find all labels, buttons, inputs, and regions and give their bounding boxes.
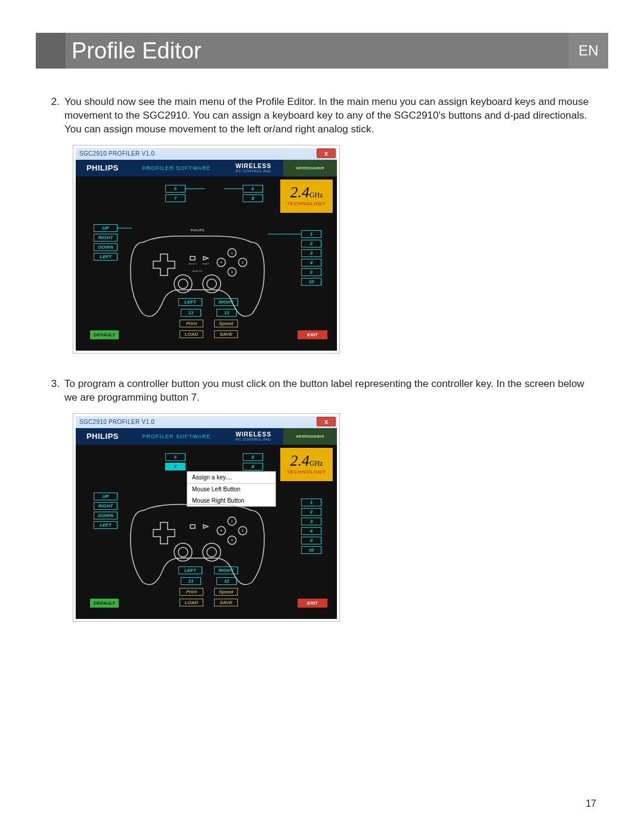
- dpad-down[interactable]: DOWN: [94, 512, 117, 519]
- language-badge: EN: [569, 33, 608, 69]
- exit-button[interactable]: EXIT: [298, 599, 327, 608]
- close-button[interactable]: x: [317, 148, 336, 158]
- default-button[interactable]: DEFAULT: [90, 330, 119, 339]
- save-button[interactable]: SAVE: [214, 330, 238, 338]
- svg-text:SELECT: SELECT: [188, 262, 197, 265]
- app-topbar: PHILIPS PROFILER SOFTWARE WIRELESS PC CO…: [76, 428, 337, 445]
- button-1[interactable]: 1: [301, 498, 321, 506]
- close-icon: x: [324, 418, 328, 425]
- wirelesswave-logo: wirelesswave: [283, 160, 337, 176]
- speed-button[interactable]: Speed: [214, 588, 238, 596]
- window-title: SGC2910 PROFILER V1.0: [79, 150, 154, 157]
- header-accent: [36, 33, 66, 69]
- svg-text:2: 2: [242, 261, 244, 264]
- close-icon: x: [324, 150, 328, 157]
- step-3: 3. To program a controller button you mu…: [48, 377, 596, 405]
- page-number: 17: [586, 798, 596, 809]
- svg-text:4: 4: [220, 529, 222, 532]
- dpad-right[interactable]: RIGHT: [94, 234, 117, 241]
- button-4[interactable]: 4: [301, 259, 321, 267]
- button-4[interactable]: 4: [301, 527, 321, 535]
- svg-text:START: START: [202, 262, 210, 265]
- button-10[interactable]: 10: [301, 546, 321, 554]
- controller-diagram: 1 2 3 4: [126, 487, 269, 588]
- button-2[interactable]: 2: [301, 240, 321, 247]
- window-titlebar: SGC2910 PROFILER V1.0 x: [76, 148, 337, 160]
- ctx-assign-key[interactable]: Assign a key....: [187, 472, 275, 483]
- svg-text:4: 4: [220, 261, 222, 264]
- svg-text:PHILIPS: PHILIPS: [190, 228, 204, 232]
- dpad-up[interactable]: UP: [94, 493, 117, 500]
- button-8[interactable]: 8: [243, 194, 263, 202]
- button-8[interactable]: 8: [243, 463, 263, 470]
- default-button[interactable]: DEFAULT: [90, 599, 119, 608]
- controller-diagram: PHILIPS SELECT ANALOG START 1 2 3 4: [126, 218, 269, 320]
- screenshot-2: SGC2910 PROFILER V1.0 x PHILIPS PROFILER…: [73, 413, 340, 622]
- svg-point-6: [178, 279, 188, 289]
- button-3[interactable]: 3: [301, 518, 321, 525]
- step-number: 2.: [48, 95, 64, 137]
- profiler-software-label: PROFILER SOFTWARE: [129, 160, 224, 176]
- print-button[interactable]: Print: [179, 320, 203, 327]
- window-titlebar: SGC2910 PROFILER V1.0 x: [76, 416, 337, 428]
- svg-point-23: [178, 547, 188, 557]
- svg-text:ANALOG: ANALOG: [193, 270, 203, 272]
- step-2: 2. You should now see the main menu of t…: [48, 95, 596, 137]
- dpad-left[interactable]: LEFT: [94, 253, 117, 261]
- svg-text:2: 2: [242, 529, 244, 532]
- svg-point-24: [207, 547, 216, 557]
- ghz-badge: 2.4GHz TECHNOLOGY: [280, 447, 333, 482]
- philips-logo: PHILIPS: [76, 160, 129, 176]
- button-5[interactable]: 5: [165, 453, 185, 461]
- close-button[interactable]: x: [317, 417, 336, 426]
- window-title: SGC2910 PROFILER V1.0: [79, 419, 154, 425]
- step-number: 3.: [48, 377, 64, 405]
- dpad-up[interactable]: UP: [94, 224, 117, 232]
- svg-rect-8: [190, 256, 195, 260]
- wireless-label: WIRELESS PC CONTROL PAD: [224, 160, 283, 176]
- button-6[interactable]: 6: [243, 185, 263, 193]
- wireless-label: WIRELESS PC CONTROL PAD: [224, 428, 283, 445]
- profiler-software-label: PROFILER SOFTWARE: [129, 428, 224, 445]
- load-button[interactable]: LOAD: [179, 599, 203, 606]
- app-topbar: PHILIPS PROFILER SOFTWARE WIRELESS PC CO…: [76, 160, 337, 176]
- button-10[interactable]: 10: [301, 278, 321, 286]
- page-header: Profile Editor EN: [36, 33, 608, 69]
- save-button[interactable]: SAVE: [214, 599, 238, 606]
- philips-logo: PHILIPS: [76, 428, 129, 445]
- ghz-badge: 2.4GHz TECHNOLOGY: [280, 179, 333, 213]
- load-button[interactable]: LOAD: [179, 330, 203, 338]
- button-9[interactable]: 9: [301, 537, 321, 544]
- button-9[interactable]: 9: [301, 268, 321, 276]
- svg-point-7: [207, 279, 216, 289]
- button-6[interactable]: 6: [243, 453, 263, 461]
- dpad-left[interactable]: LEFT: [94, 521, 117, 529]
- step-text: To program a controller button you must …: [64, 377, 596, 405]
- svg-text:3: 3: [231, 538, 233, 542]
- button-2[interactable]: 2: [301, 508, 321, 516]
- print-button[interactable]: Print: [179, 588, 203, 596]
- svg-text:1: 1: [231, 519, 233, 523]
- screenshot-1: SGC2910 PROFILER V1.0 x PHILIPS PROFILER…: [73, 145, 340, 354]
- wirelesswave-logo: wirelesswave: [283, 428, 337, 445]
- speed-button[interactable]: Speed: [214, 320, 238, 327]
- dpad-right[interactable]: RIGHT: [94, 502, 117, 510]
- page-title: Profile Editor: [66, 38, 202, 64]
- svg-text:1: 1: [231, 251, 233, 255]
- svg-rect-25: [190, 525, 195, 528]
- button-7[interactable]: 7: [165, 194, 185, 202]
- dpad-down[interactable]: DOWN: [94, 243, 117, 251]
- button-1[interactable]: 1: [301, 230, 321, 238]
- exit-button[interactable]: EXIT: [298, 330, 327, 339]
- step-text: You should now see the main menu of the …: [64, 95, 596, 137]
- button-5[interactable]: 5: [165, 185, 185, 193]
- svg-text:3: 3: [231, 270, 233, 274]
- button-3[interactable]: 3: [301, 249, 321, 257]
- button-7-selected[interactable]: 7: [165, 463, 185, 470]
